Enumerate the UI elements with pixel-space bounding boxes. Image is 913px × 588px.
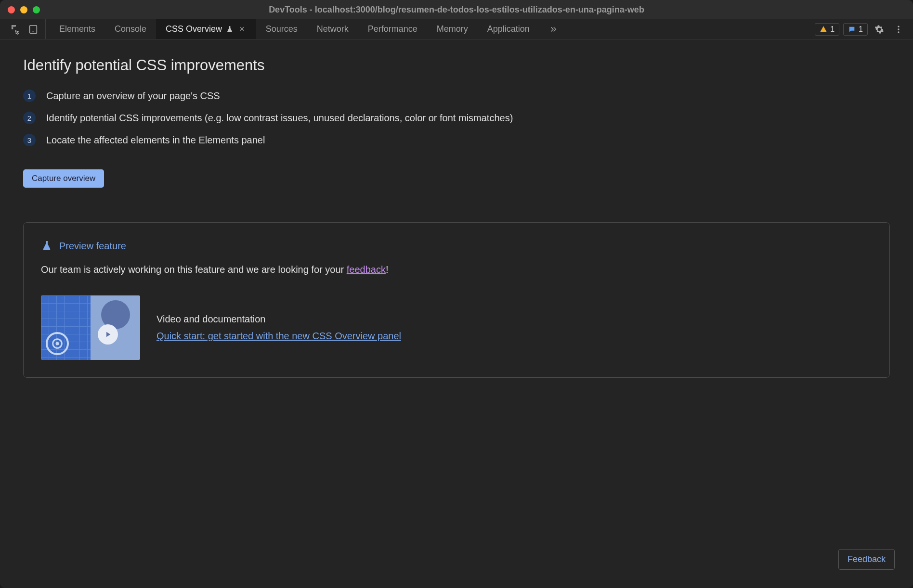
- window-title: DevTools - localhost:3000/blog/resumen-d…: [8, 5, 905, 15]
- step-text: Identify potential CSS improvements (e.g…: [46, 113, 513, 124]
- tab-label: CSS Overview: [166, 24, 222, 34]
- svg-point-6: [56, 342, 59, 345]
- step-text: Capture an overview of your page's CSS: [46, 90, 220, 102]
- svg-rect-1: [32, 31, 34, 32]
- tab-label: Elements: [59, 24, 95, 34]
- capture-overview-button[interactable]: Capture overview: [23, 169, 104, 188]
- tab-network[interactable]: Network: [307, 19, 358, 39]
- flask-icon: [41, 240, 52, 252]
- devtools-window: DevTools - localhost:3000/blog/resumen-d…: [0, 0, 913, 588]
- doc-info: Video and documentation Quick start: get…: [157, 314, 401, 342]
- preview-header: Preview feature: [41, 240, 872, 252]
- chrome-badge-icon: [46, 332, 69, 355]
- tab-more[interactable]: [539, 19, 567, 39]
- more-options-button[interactable]: [891, 22, 906, 37]
- warnings-badge[interactable]: 1: [815, 23, 839, 36]
- preview-text-suffix: !: [386, 264, 389, 275]
- documentation-section: Video and documentation Quick start: get…: [41, 295, 872, 360]
- window-maximize-button[interactable]: [33, 6, 40, 13]
- window-minimize-button[interactable]: [20, 6, 27, 13]
- thumb-graphic-left: [41, 295, 91, 360]
- tab-application[interactable]: Application: [478, 19, 539, 39]
- quick-start-link[interactable]: Quick start: get started with the new CS…: [157, 331, 401, 342]
- tab-label: Performance: [368, 24, 417, 34]
- warning-icon: [820, 26, 827, 33]
- tab-sources[interactable]: Sources: [256, 19, 307, 39]
- play-icon: [98, 324, 118, 345]
- svg-point-4: [898, 31, 899, 33]
- tab-label: Sources: [266, 24, 298, 34]
- steps-list: 1 Capture an overview of your page's CSS…: [23, 89, 890, 146]
- tab-memory[interactable]: Memory: [427, 19, 478, 39]
- inspect-element-icon[interactable]: [11, 24, 21, 35]
- close-icon[interactable]: ×: [237, 24, 247, 34]
- tab-console[interactable]: Console: [105, 19, 156, 39]
- step-item: 1 Capture an overview of your page's CSS: [23, 89, 890, 102]
- tab-label: Memory: [437, 24, 468, 34]
- svg-point-2: [898, 26, 899, 27]
- tab-performance[interactable]: Performance: [358, 19, 427, 39]
- messages-count: 1: [859, 25, 863, 34]
- preview-description: Our team is actively working on this fea…: [41, 264, 872, 275]
- preview-text-prefix: Our team is actively working on this fea…: [41, 264, 347, 275]
- panel-heading: Identify potential CSS improvements: [23, 57, 890, 74]
- tab-label: Application: [487, 24, 530, 34]
- video-thumbnail[interactable]: [41, 295, 140, 360]
- doc-label: Video and documentation: [157, 314, 401, 325]
- chevron-double-right-icon: [549, 25, 558, 34]
- panel-tabs: Elements Console CSS Overview × Sources …: [50, 19, 567, 39]
- step-item: 2 Identify potential CSS improvements (e…: [23, 112, 890, 124]
- tabbar: Elements Console CSS Overview × Sources …: [0, 19, 913, 39]
- tab-elements[interactable]: Elements: [50, 19, 105, 39]
- svg-point-3: [898, 28, 899, 30]
- step-number: 1: [23, 89, 36, 102]
- thumb-graphic-right: [91, 295, 140, 360]
- step-number: 3: [23, 134, 36, 146]
- window-close-button[interactable]: [8, 6, 15, 13]
- tabbar-right-tools: 1 1: [815, 19, 909, 39]
- tab-css-overview[interactable]: CSS Overview ×: [156, 19, 256, 39]
- inspector-tools: [4, 19, 46, 39]
- gear-icon: [874, 25, 884, 34]
- settings-button[interactable]: [872, 22, 887, 37]
- step-text: Locate the affected elements in the Elem…: [46, 135, 265, 146]
- traffic-lights: [8, 6, 40, 13]
- step-number: 2: [23, 112, 36, 124]
- message-icon: [848, 26, 856, 33]
- messages-badge[interactable]: 1: [843, 23, 868, 36]
- feedback-link[interactable]: feedback: [347, 264, 386, 275]
- titlebar: DevTools - localhost:3000/blog/resumen-d…: [0, 0, 913, 19]
- tab-label: Network: [317, 24, 349, 34]
- warnings-count: 1: [830, 25, 835, 34]
- preview-title: Preview feature: [59, 241, 126, 252]
- css-overview-panel: Identify potential CSS improvements 1 Ca…: [0, 39, 913, 588]
- preview-feature-box: Preview feature Our team is actively wor…: [23, 222, 890, 378]
- flask-icon: [226, 26, 234, 33]
- tab-label: Console: [115, 24, 146, 34]
- kebab-icon: [894, 25, 903, 34]
- step-item: 3 Locate the affected elements in the El…: [23, 134, 890, 146]
- feedback-button[interactable]: Feedback: [838, 549, 895, 570]
- device-toolbar-icon[interactable]: [28, 24, 39, 35]
